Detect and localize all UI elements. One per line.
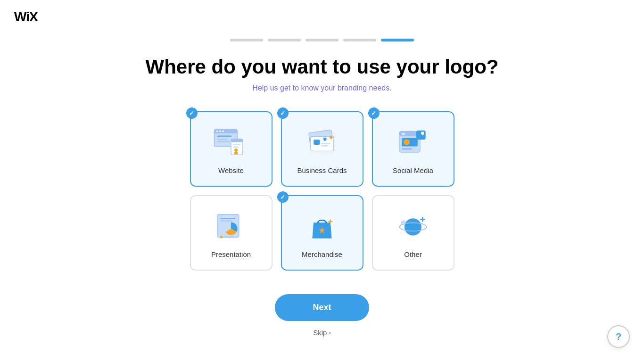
other-label: Other bbox=[404, 250, 422, 258]
svg-rect-36 bbox=[224, 236, 234, 238]
svg-point-12 bbox=[234, 148, 238, 152]
card-social-media[interactable]: ✓ Social Media bbox=[372, 111, 454, 187]
next-button[interactable]: Next bbox=[275, 294, 369, 321]
check-social-media: ✓ bbox=[368, 107, 380, 119]
svg-point-37 bbox=[329, 220, 331, 222]
wix-logo: WiX bbox=[14, 9, 630, 25]
skip-arrow-icon: › bbox=[329, 329, 330, 336]
progress-step-4 bbox=[343, 39, 376, 41]
business-cards-label: Business Cards bbox=[297, 166, 347, 174]
svg-rect-32 bbox=[221, 217, 235, 219]
help-button[interactable]: ? bbox=[607, 325, 630, 348]
cards-grid: ✓ bbox=[190, 111, 454, 271]
progress-step-3 bbox=[305, 39, 339, 41]
card-website[interactable]: ✓ bbox=[190, 111, 272, 187]
business-cards-icon bbox=[301, 124, 343, 162]
svg-point-35 bbox=[220, 236, 223, 238]
merchandise-label: Merchandise bbox=[302, 250, 342, 258]
social-media-label: Social Media bbox=[393, 166, 433, 174]
svg-point-28 bbox=[404, 139, 409, 145]
progress-step-1 bbox=[230, 39, 263, 41]
social-media-icon bbox=[392, 124, 434, 162]
other-icon bbox=[392, 208, 434, 246]
svg-rect-6 bbox=[217, 139, 228, 140]
progress-bar bbox=[0, 39, 644, 41]
page-subtitle: Help us get to know your branding needs. bbox=[252, 84, 391, 92]
svg-rect-7 bbox=[217, 141, 230, 142]
svg-rect-5 bbox=[217, 135, 232, 137]
progress-step-2 bbox=[268, 39, 301, 41]
svg-point-45 bbox=[401, 221, 405, 225]
svg-rect-16 bbox=[314, 140, 320, 145]
svg-rect-18 bbox=[321, 145, 328, 146]
card-presentation[interactable]: ✓ Presentation bbox=[190, 195, 272, 271]
merchandise-icon bbox=[301, 208, 343, 246]
svg-point-3 bbox=[219, 130, 221, 132]
svg-rect-10 bbox=[233, 144, 240, 145]
svg-point-43 bbox=[405, 218, 421, 235]
website-icon bbox=[210, 124, 252, 162]
svg-point-4 bbox=[222, 130, 224, 132]
svg-rect-26 bbox=[402, 133, 405, 135]
svg-rect-9 bbox=[231, 139, 243, 142]
svg-rect-13 bbox=[234, 152, 238, 154]
check-business-cards: ✓ bbox=[277, 107, 289, 119]
skip-link[interactable]: Skip › bbox=[313, 329, 331, 337]
svg-rect-33 bbox=[221, 220, 232, 222]
svg-rect-30 bbox=[402, 148, 412, 150]
progress-step-5 bbox=[381, 39, 414, 41]
skip-label: Skip bbox=[313, 329, 327, 337]
card-merchandise[interactable]: ✓ Merchandise bbox=[281, 195, 363, 271]
check-website: ✓ bbox=[186, 107, 198, 119]
presentation-icon bbox=[210, 208, 252, 246]
svg-point-19 bbox=[330, 136, 332, 139]
page-title: Where do you want to use your logo? bbox=[145, 56, 498, 78]
header: WiX bbox=[0, 0, 644, 34]
website-label: Website bbox=[218, 166, 244, 174]
svg-point-2 bbox=[216, 130, 218, 132]
svg-rect-11 bbox=[233, 146, 239, 148]
svg-rect-29 bbox=[416, 130, 426, 140]
card-business-cards[interactable]: ✓ bbox=[281, 111, 363, 187]
card-other[interactable]: ✓ Other bbox=[372, 195, 454, 271]
presentation-label: Presentation bbox=[211, 250, 251, 258]
main-content: Where do you want to use your logo? Help… bbox=[0, 56, 644, 337]
check-merchandise: ✓ bbox=[277, 191, 289, 203]
svg-rect-17 bbox=[321, 143, 330, 144]
